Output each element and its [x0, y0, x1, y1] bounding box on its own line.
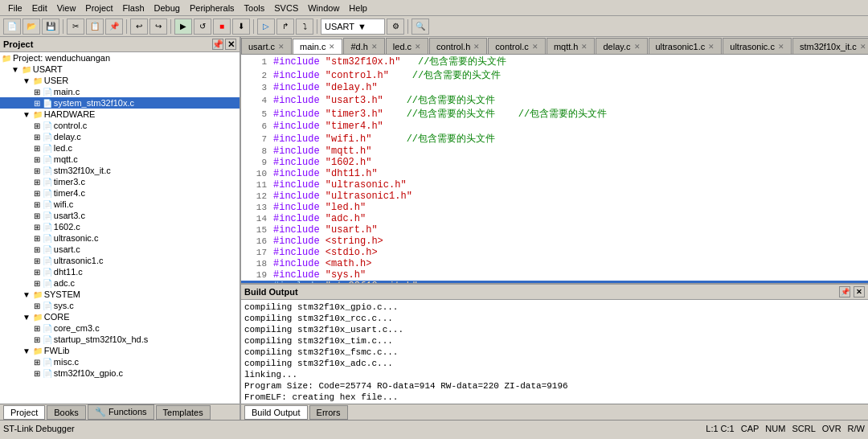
undo-btn[interactable]: ↩ [130, 18, 148, 35]
code-line-8: 8 #include "mqtt.h" [241, 146, 868, 157]
tab-ultrasonic-c[interactable]: ultrasonic.c ✕ [723, 38, 792, 54]
tree-adc-c[interactable]: ⊞ 📄 adc.c [0, 277, 240, 289]
tab-control-c[interactable]: control.c ✕ [488, 38, 546, 54]
menu-window[interactable]: Window [303, 2, 344, 14]
tab-close-icon[interactable]: ✕ [329, 43, 335, 51]
build-line-9: FromELF: creating hex file... [244, 392, 865, 403]
tab-close-icon[interactable]: ✕ [778, 43, 784, 51]
tab-main-c[interactable]: main.c ✕ [293, 39, 342, 55]
tab-mqtt-h[interactable]: mqtt.h ✕ [547, 38, 596, 54]
rebuild-btn[interactable]: ↺ [194, 18, 211, 35]
status-bar: ST-Link Debugger L:1 C:1 CAP NUM SCRL OV… [0, 420, 868, 436]
tree-dht11-c[interactable]: ⊞ 📄 dht11.c [0, 266, 240, 277]
tree-fwlib[interactable]: ▼ 📁 FWLib [0, 345, 240, 356]
tab-templates[interactable]: Templates [156, 405, 211, 420]
tree-core-cm3-c[interactable]: ⊞ 📄 core_cm3.c [0, 322, 240, 334]
tree-led-c[interactable]: ⊞ 📄 led.c [0, 142, 240, 154]
new-file-btn[interactable]: 📄 [3, 18, 21, 35]
debug-run-btn[interactable]: ▷ [257, 18, 275, 35]
tree-user[interactable]: ▼ 📁 USER [0, 75, 240, 86]
tab-project[interactable]: Project [3, 405, 45, 420]
tab-close-icon[interactable]: ✕ [415, 43, 421, 51]
c-file-icon: ⊞ 📄 [34, 88, 52, 96]
tab-close-icon[interactable]: ✕ [708, 43, 714, 51]
cut-btn[interactable]: ✂ [67, 18, 84, 35]
tree-core[interactable]: ▼ 📁 CORE [0, 311, 240, 322]
copy-btn[interactable]: 📋 [86, 18, 104, 35]
menu-file[interactable]: File [3, 2, 27, 14]
folder-expand-icon: ▼ 📁 [11, 65, 31, 74]
menu-project[interactable]: Project [80, 2, 117, 14]
tab-led-c[interactable]: led.c ✕ [386, 38, 428, 54]
status-caps: CAP [741, 424, 760, 433]
tab-close-icon[interactable]: ✕ [473, 43, 480, 51]
tree-system-c[interactable]: ⊞ 📄 system_stm32f10x.c [0, 97, 240, 109]
tree-control-c[interactable]: ⊞ 📄 control.c [0, 120, 240, 131]
tree-delay-c[interactable]: ⊞ 📄 delay.c [0, 131, 240, 142]
search-btn[interactable]: 🔍 [411, 18, 429, 35]
tree-usart3-c[interactable]: ⊞ 📄 usart3.c [0, 210, 240, 221]
tree-wifi-c[interactable]: ⊞ 📄 wifi.c [0, 199, 240, 210]
tree-stm32it-c[interactable]: ⊞ 📄 stm32f10x_it.c [0, 165, 240, 176]
tab-functions[interactable]: 🔧 Functions [88, 404, 154, 420]
tab-delay-c[interactable]: delay.c ✕ [596, 38, 647, 54]
menu-debug[interactable]: Debug [149, 2, 185, 14]
download-btn[interactable]: ⬇ [232, 18, 250, 35]
tab-close-icon[interactable]: ✕ [532, 43, 538, 51]
step-btn[interactable]: ↱ [276, 18, 294, 35]
tree-usart[interactable]: ▼ 📁 USART [0, 64, 240, 75]
tab-stm32it-c[interactable]: stm32f10x_it.c ✕ [792, 38, 868, 54]
menu-view[interactable]: View [52, 2, 81, 14]
target-dropdown[interactable]: USART ▼ [321, 18, 385, 35]
tab-close-icon[interactable]: ✕ [371, 43, 378, 51]
tree-hardware[interactable]: ▼ 📁 HARDWARE [0, 109, 240, 120]
redo-btn[interactable]: ↪ [149, 18, 167, 35]
build-pin-btn[interactable]: 📌 [839, 286, 850, 297]
tab-close-icon[interactable]: ✕ [581, 43, 588, 51]
tab-close-icon[interactable]: ✕ [860, 43, 866, 51]
tree-mqtt-c[interactable]: ⊞ 📄 mqtt.c [0, 154, 240, 165]
build-close-btn[interactable]: ✕ [854, 286, 865, 297]
tab-d-h[interactable]: #d.h ✕ [343, 38, 384, 54]
project-close-btn[interactable]: ✕ [225, 39, 236, 50]
tab-usart-c[interactable]: usart.c ✕ [241, 38, 292, 54]
tree-misc-c[interactable]: ⊞ 📄 misc.c [0, 356, 240, 367]
tree-sys-c[interactable]: ⊞ 📄 sys.c [0, 300, 240, 311]
tree-1602-c[interactable]: ⊞ 📄 1602.c [0, 221, 240, 232]
tab-ultrasonic1-c[interactable]: ultrasonic1.c ✕ [649, 38, 723, 54]
stop-btn[interactable]: ■ [213, 18, 231, 35]
menu-edit[interactable]: Edit [27, 2, 52, 14]
tree-gpio-c[interactable]: ⊞ 📄 stm32f10x_gpio.c [0, 367, 240, 379]
tab-books[interactable]: Books [47, 405, 86, 420]
tab-close-icon[interactable]: ✕ [634, 43, 641, 51]
tree-root[interactable]: 📁 Project: wenduchuangan [0, 52, 240, 64]
tree-system[interactable]: ▼ 📁 SYSTEM [0, 289, 240, 300]
tree-startup-s[interactable]: ⊞ 📄 startup_stm32f10x_hd.s [0, 334, 240, 345]
menu-svcs[interactable]: SVCS [269, 2, 303, 14]
open-btn[interactable]: 📂 [23, 18, 40, 35]
tree-ultrasonic-c[interactable]: ⊞ 📄 ultrasonic.c [0, 232, 240, 244]
build-content: compiling stm32f10x_gpio.c... compiling … [241, 300, 868, 404]
tree-main-c[interactable]: ⊞ 📄 main.c [0, 86, 240, 97]
step-over-btn[interactable]: ⤵ [296, 18, 313, 35]
project-pin-btn[interactable]: 📌 [212, 39, 223, 50]
paste-btn[interactable]: 📌 [105, 18, 123, 35]
tab-errors[interactable]: Errors [309, 405, 348, 420]
tab-close-icon[interactable]: ✕ [278, 43, 285, 51]
tab-control-h[interactable]: control.h ✕ [429, 38, 487, 54]
tree-ultrasonic1-c[interactable]: ⊞ 📄 ultrasonic1.c [0, 255, 240, 266]
tab-build-output[interactable]: Build Output [244, 405, 308, 420]
save-btn[interactable]: 💾 [42, 18, 59, 35]
code-line-19: 19 #include "sys.h" [241, 269, 868, 281]
build-btn[interactable]: ▶ [174, 18, 192, 35]
target-options-btn[interactable]: ⚙ [387, 18, 404, 35]
menu-peripherals[interactable]: Peripherals [185, 2, 240, 14]
tree-timer4-c[interactable]: ⊞ 📄 timer4.c [0, 187, 240, 199]
tree-timer3-c[interactable]: ⊞ 📄 timer3.c [0, 176, 240, 187]
code-editor[interactable]: 1 #include "stm32f10x.h" //包含需要的头文件 2 #i… [241, 55, 868, 283]
menu-flash[interactable]: Flash [118, 2, 149, 14]
code-line-1: 1 #include "stm32f10x.h" //包含需要的头文件 [241, 55, 868, 68]
tree-usart-c[interactable]: ⊞ 📄 usart.c [0, 244, 240, 255]
menu-tools[interactable]: Tools [240, 2, 270, 14]
menu-help[interactable]: Help [344, 2, 372, 14]
